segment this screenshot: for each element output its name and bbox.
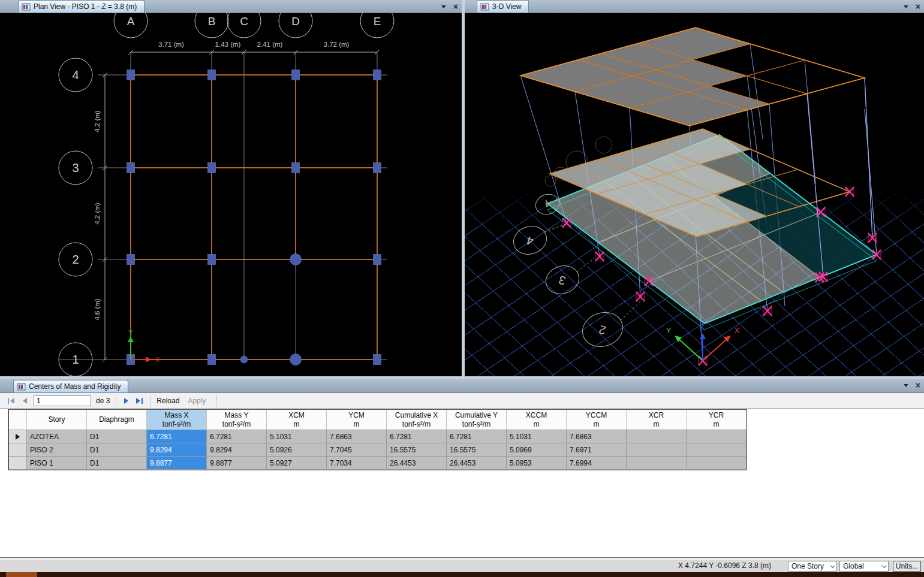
table-cell[interactable] bbox=[687, 443, 747, 457]
x-axis-arrow bbox=[703, 339, 727, 361]
column-header-diaphragm[interactable]: Diaphragm bbox=[87, 410, 147, 430]
table-cell[interactable]: 5.0926 bbox=[267, 443, 327, 457]
column-header-story[interactable]: Story bbox=[27, 410, 87, 430]
table-cell[interactable]: 5.1031 bbox=[267, 430, 327, 443]
table-cell[interactable]: 5.0953 bbox=[507, 457, 567, 470]
table-cell[interactable]: PISO 1 bbox=[27, 457, 87, 470]
table-row[interactable]: AZOTEAD16.72816.72815.10317.68636.72816.… bbox=[9, 430, 747, 443]
bubble-leader bbox=[577, 258, 594, 272]
column-header-xccm[interactable]: XCCMm bbox=[507, 410, 567, 430]
pane-menu-icon[interactable] bbox=[904, 384, 908, 387]
results-grid[interactable]: StoryDiaphragmMass Xtonf-s²/mMass Ytonf-… bbox=[8, 409, 747, 470]
coord-system-value: Global bbox=[843, 562, 864, 570]
table-cell[interactable] bbox=[627, 457, 687, 470]
label: 4.6 (m) bbox=[94, 298, 101, 321]
plan-view-tab-label: Plan View - PISO 1 - Z = 3.8 (m) bbox=[34, 2, 137, 11]
table-cell[interactable]: 6.7281 bbox=[147, 430, 207, 443]
table-cell[interactable]: D1 bbox=[87, 430, 147, 443]
close-icon[interactable]: × bbox=[453, 2, 458, 11]
units-button[interactable]: Units... bbox=[893, 561, 921, 572]
table-cell[interactable]: 7.6994 bbox=[567, 457, 627, 470]
table-row[interactable]: PISO 2D19.82949.82945.09267.704516.55751… bbox=[9, 443, 747, 457]
record-number-input[interactable] bbox=[34, 395, 91, 406]
column-header-xcr[interactable]: XCRm bbox=[627, 410, 687, 430]
plan-canvas[interactable]: 3.71 (m)1.43 (m)2.41 (m)3.72 (m)4.2 (m)4… bbox=[0, 13, 462, 376]
table-cell[interactable]: 5.0969 bbox=[507, 443, 567, 457]
column-label: Cumulative X bbox=[395, 411, 438, 420]
table-pane: Centers of Mass and Rigidity × de 3 bbox=[0, 379, 924, 559]
last-record-button[interactable] bbox=[133, 395, 146, 407]
column-header-ycr[interactable]: YCRm bbox=[687, 410, 747, 430]
table-cell[interactable] bbox=[687, 457, 747, 470]
first-record-button[interactable] bbox=[5, 395, 18, 407]
table-cell[interactable]: D1 bbox=[87, 443, 147, 457]
table-cell[interactable]: 26.4453 bbox=[387, 457, 447, 470]
pane-menu-icon[interactable] bbox=[441, 5, 446, 8]
view3d-pane: 3-D View × A432XYZ bbox=[465, 0, 924, 376]
previous-record-button[interactable] bbox=[18, 395, 31, 407]
table-cell[interactable]: 6.7281 bbox=[207, 430, 267, 443]
column-header-ycm[interactable]: YCMm bbox=[327, 410, 387, 430]
column-line bbox=[865, 109, 877, 255]
table-cell[interactable] bbox=[627, 430, 687, 443]
column-header-xcm[interactable]: XCMm bbox=[267, 410, 327, 430]
column-unit: m bbox=[654, 420, 660, 429]
row-selector[interactable] bbox=[9, 443, 27, 457]
column-symbol bbox=[127, 70, 135, 80]
table-cell[interactable]: 6.7281 bbox=[447, 430, 507, 443]
table-cell[interactable]: 7.6971 bbox=[567, 443, 627, 457]
column-header-cumulative-x[interactable]: Cumulative Xtonf-s²/m bbox=[387, 410, 447, 430]
label: 2 bbox=[597, 323, 607, 337]
reload-button[interactable]: Reload bbox=[156, 397, 179, 405]
row-selector[interactable] bbox=[9, 457, 27, 470]
row-selector[interactable] bbox=[9, 430, 27, 443]
column-unit: tonf-s²/m bbox=[462, 420, 490, 429]
table-cell[interactable]: 9.8877 bbox=[147, 457, 207, 470]
plan-view-titlebar: Plan View - PISO 1 - Z = 3.8 (m) × bbox=[0, 0, 462, 13]
label: 3 bbox=[557, 273, 567, 288]
table-cell[interactable]: 9.8877 bbox=[207, 457, 267, 470]
table-cell[interactable] bbox=[687, 430, 747, 443]
column-header-mass-y[interactable]: Mass Ytonf-s²/m bbox=[207, 410, 267, 430]
table-cell[interactable]: 7.7045 bbox=[327, 443, 387, 457]
view3d-tab[interactable]: 3-D View bbox=[477, 0, 529, 13]
coord-system-dropdown[interactable]: Global bbox=[839, 561, 889, 572]
close-icon[interactable]: × bbox=[916, 2, 920, 11]
table-cell[interactable]: 26.4453 bbox=[447, 457, 507, 470]
pane-menu-icon[interactable] bbox=[904, 5, 908, 8]
table-cell[interactable]: AZOTEA bbox=[27, 430, 87, 443]
table-cell[interactable]: 16.5575 bbox=[387, 443, 447, 457]
table-tab[interactable]: Centers of Mass and Rigidity bbox=[13, 380, 128, 392]
table-cell[interactable]: PISO 2 bbox=[27, 443, 87, 457]
column-header-cumulative-y[interactable]: Cumulative Ytonf-s²/m bbox=[447, 410, 507, 430]
table-cell[interactable]: 5.1031 bbox=[507, 430, 567, 443]
table-cell[interactable]: 7.7034 bbox=[327, 457, 387, 470]
table-row[interactable]: PISO 1D19.88779.88775.09277.703426.44532… bbox=[9, 457, 747, 470]
table-cell[interactable] bbox=[627, 443, 687, 457]
bubble-leader bbox=[544, 224, 565, 232]
table-cell[interactable]: 9.8294 bbox=[147, 443, 207, 457]
taskbar-strip bbox=[0, 572, 924, 577]
next-record-button[interactable] bbox=[120, 395, 133, 407]
taskbar-accent bbox=[6, 572, 37, 577]
plan-view-tab[interactable]: Plan View - PISO 1 - Z = 3.8 (m) bbox=[18, 0, 145, 13]
label: 4.2 (m) bbox=[94, 110, 101, 132]
table-cell[interactable]: 9.8294 bbox=[207, 443, 267, 457]
close-icon[interactable]: × bbox=[916, 381, 920, 389]
column-unit: tonf-s²/m bbox=[162, 420, 191, 429]
column-header-yccm[interactable]: YCCMm bbox=[567, 410, 627, 430]
view3d-tab-label: 3-D View bbox=[492, 2, 521, 11]
table-cell[interactable]: 7.6863 bbox=[567, 430, 627, 443]
view3d-canvas[interactable]: A432XYZ bbox=[465, 13, 924, 376]
table-cell[interactable]: D1 bbox=[87, 457, 147, 470]
table-cell[interactable]: 7.6863 bbox=[327, 430, 387, 443]
column-symbol bbox=[127, 163, 135, 173]
apply-button[interactable]: Apply bbox=[188, 397, 206, 405]
story-mode-dropdown[interactable]: One Story bbox=[788, 561, 837, 572]
column-label: XCR bbox=[649, 411, 664, 420]
table-cell[interactable]: 16.5575 bbox=[447, 443, 507, 457]
table-cell[interactable]: 6.7281 bbox=[387, 430, 447, 443]
column-header-mass-x[interactable]: Mass Xtonf-s²/m bbox=[147, 410, 207, 430]
table-cell[interactable]: 5.0927 bbox=[267, 457, 327, 470]
column-label: YCCM bbox=[586, 411, 607, 420]
